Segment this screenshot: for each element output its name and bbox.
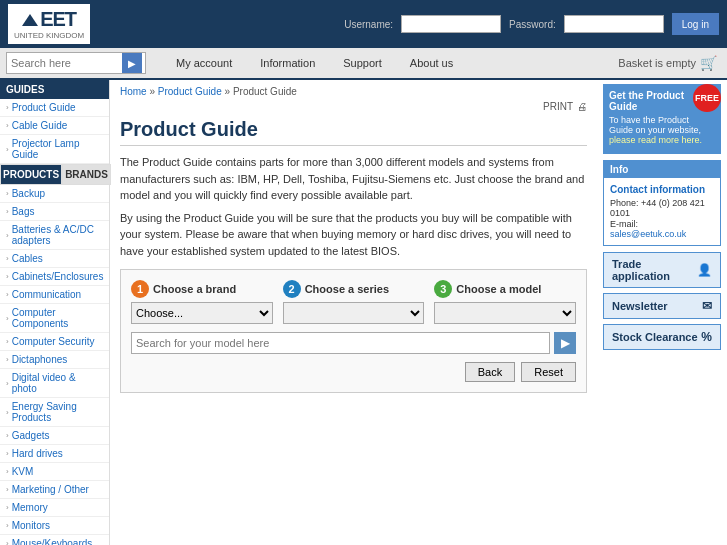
trade-application-button[interactable]: Trade application 👤 [603,252,721,288]
breadcrumb-sep1: » [149,86,157,97]
username-input[interactable] [401,15,501,33]
breadcrumb-product-guide-link[interactable]: Product Guide [158,86,222,97]
login-area: Username: Password: Log in [344,13,719,35]
search-model-input[interactable] [131,332,550,354]
tab-products[interactable]: PRODUCTS [0,164,62,185]
step3-number: 3 [434,280,452,298]
searchbar: ▶ My account Information Support About u… [0,48,727,80]
step2-label: Choose a series [305,283,389,295]
nav-support[interactable]: Support [329,52,396,74]
search-model-icon: ▶ [561,336,570,350]
main-layout: GUIDES › Product Guide › Cable Guide › P… [0,80,727,545]
sidebar-item-batteries[interactable]: ›Batteries & AC/DC adapters [0,221,109,250]
logo-uk-text: UNITED KINGDOM [14,31,84,40]
sidebar-item-label: Cable Guide [12,120,68,131]
search-button[interactable]: ▶ [122,53,142,73]
stock-clearance-icon: % [701,330,712,344]
step1-header: 1 Choose a brand [131,280,273,298]
step1-select[interactable]: Choose... [131,302,273,324]
print-bar[interactable]: PRINT 🖨 [120,101,587,112]
back-button[interactable]: Back [465,362,515,382]
dot-icon: › [6,503,9,512]
login-button[interactable]: Log in [672,13,719,35]
search-input[interactable] [7,55,122,71]
breadcrumb-home[interactable]: Home [120,86,147,97]
print-label: PRINT [543,101,573,112]
sidebar-item-hard-drives[interactable]: ›Hard drives [0,445,109,463]
password-input[interactable] [564,15,664,33]
dot-icon: › [6,145,9,154]
stock-clearance-button[interactable]: Stock Clearance % [603,324,721,350]
sidebar-item-dictaphones[interactable]: ›Dictaphones [0,351,109,369]
sidebar-item-kvm[interactable]: ›KVM [0,463,109,481]
description-p1: The Product Guide contains parts for mor… [120,154,587,204]
product-guide-link[interactable]: please read more here. [609,135,702,145]
email-link[interactable]: sales@eetuk.co.uk [610,229,686,239]
print-icon: 🖨 [577,101,587,112]
sidebar-item-product-guide[interactable]: › Product Guide [0,99,109,117]
dot-icon: › [6,290,9,299]
dot-icon: › [6,231,9,240]
search-model-row: ▶ [131,332,576,354]
basket-label: Basket is empty [618,57,696,69]
sidebar-item-gadgets[interactable]: ›Gadgets [0,427,109,445]
newsletter-icon: ✉ [702,299,712,313]
nav-information[interactable]: Information [246,52,329,74]
dot-icon: › [6,103,9,112]
page-title: Product Guide [120,118,587,146]
newsletter-button[interactable]: Newsletter ✉ [603,293,721,319]
product-guide-box: FREE Get the Product Guide To have the P… [603,84,721,154]
dot-icon: › [6,485,9,494]
dot-icon: › [6,189,9,198]
step3-select[interactable] [434,302,576,324]
sidebar-item-communication[interactable]: ›Communication [0,286,109,304]
dot-icon: › [6,449,9,458]
trade-app-icon: 👤 [697,263,712,277]
description-p2: By using the Product Guide you will be s… [120,210,587,260]
info-box-header: Info [604,161,720,178]
steps-row: 1 Choose a brand Choose... 2 Choose a se… [131,280,576,324]
search-arrow-icon: ▶ [128,58,136,69]
sidebar: GUIDES › Product Guide › Cable Guide › P… [0,80,110,545]
sidebar-item-monitors[interactable]: ›Monitors [0,517,109,535]
product-guide-box-desc: To have the Product Guide on your websit… [609,115,715,145]
basket-icon: 🛒 [700,55,717,71]
sidebar-item-computer-security[interactable]: ›Computer Security [0,333,109,351]
header: EET UNITED KINGDOM Username: Password: L… [0,0,727,48]
step1-number: 1 [131,280,149,298]
search-model-button[interactable]: ▶ [554,332,576,354]
sidebar-item-mouse-keyboards[interactable]: ›Mouse/Keyboards [0,535,109,545]
step3-header: 3 Choose a model [434,280,576,298]
dot-icon: › [6,431,9,440]
sidebar-item-backup[interactable]: ›Backup [0,185,109,203]
trade-app-label: Trade application [612,258,697,282]
tab-brands[interactable]: BRANDS [62,164,111,185]
guides-header: GUIDES [0,80,109,99]
sidebar-item-computer-components[interactable]: ›Computer Components [0,304,109,333]
step2-select[interactable] [283,302,425,324]
sidebar-item-energy-saving[interactable]: ›Energy Saving Products [0,398,109,427]
sidebar-item-projector-lamp-guide[interactable]: › Projector Lamp Guide [0,135,109,164]
sidebar-item-marketing[interactable]: ›Marketing / Other [0,481,109,499]
sidebar-item-memory[interactable]: ›Memory [0,499,109,517]
sidebar-item-bags[interactable]: ›Bags [0,203,109,221]
sidebar-item-cable-guide[interactable]: › Cable Guide [0,117,109,135]
contact-phone: Phone: +44 (0) 208 421 0101 [610,198,714,218]
step2-header: 2 Choose a series [283,280,425,298]
sidebar-item-cabinets[interactable]: ›Cabinets/Enclosures [0,268,109,286]
dot-icon: › [6,379,9,388]
info-box: Info Contact information Phone: +44 (0) … [603,160,721,246]
nav-aboutus[interactable]: About us [396,52,467,74]
stock-clearance-label: Stock Clearance [612,331,698,343]
sidebar-item-cables[interactable]: ›Cables [0,250,109,268]
sidebar-item-label: Product Guide [12,102,76,113]
steps-container: 1 Choose a brand Choose... 2 Choose a se… [120,269,587,393]
step1-label: Choose a brand [153,283,236,295]
sidebar-item-digital-video[interactable]: ›Digital video & photo [0,369,109,398]
dot-icon: › [6,408,9,417]
dot-icon: › [6,337,9,346]
logo-text: EET [40,8,76,31]
nav-myaccount[interactable]: My account [162,52,246,74]
actions-row: Back Reset [131,362,576,382]
reset-button[interactable]: Reset [521,362,576,382]
